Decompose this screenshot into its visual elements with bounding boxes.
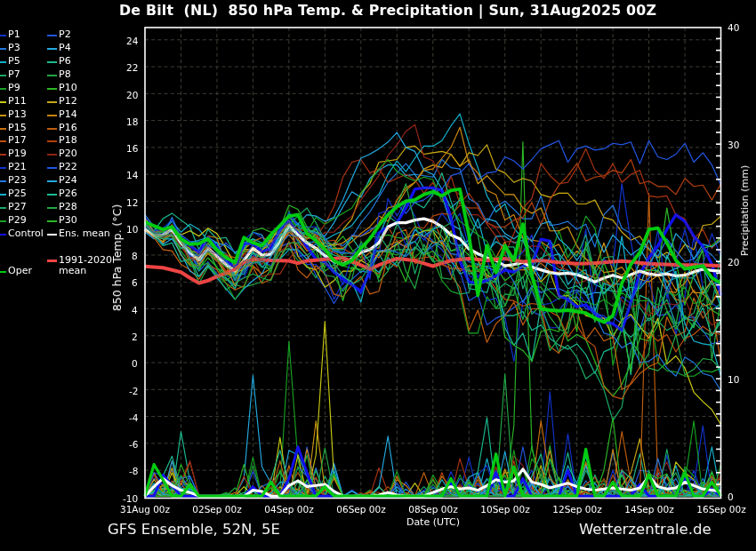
y-left-tick-label: 14	[126, 170, 138, 180]
legend-line-sample	[47, 220, 57, 222]
legend-line-sample	[47, 207, 57, 209]
legend-label: Ens. mean	[59, 228, 110, 240]
y-left-tick-label: 2	[132, 331, 138, 342]
legend-item-oper: Oper	[0, 266, 142, 278]
legend-item-P14: P14	[0, 109, 142, 122]
legend-item-P26: P26	[0, 188, 142, 201]
meteogram: De Bilt (NL) 850 hPa Temp. & Precipitati…	[0, 0, 756, 551]
legend-line-sample	[47, 48, 57, 50]
legend-label: P24	[59, 175, 77, 187]
x-axis-title: Date (UTC)	[344, 516, 522, 528]
legend-item-P8: P8	[0, 69, 142, 82]
y-left-tick-label: 10	[126, 224, 138, 235]
y-right-tick-label: 20	[728, 257, 739, 268]
legend-label: P30	[59, 215, 77, 227]
y-left-tick-label: -10	[123, 493, 138, 504]
legend-label: P14	[59, 109, 77, 121]
y-left-tick-label: 16	[126, 143, 138, 154]
legend-line-sample	[47, 167, 57, 169]
legend-line-sample	[47, 75, 57, 76]
model-label: GFS Ensemble, 52N, 5E	[108, 521, 280, 538]
legend-label: P6	[59, 56, 71, 68]
legend-label: P4	[59, 43, 71, 54]
legend-item-P28: P28	[0, 202, 142, 214]
legend-line-sample	[0, 271, 6, 273]
legend-item-P10: P10	[0, 83, 142, 95]
legend-item-P12: P12	[0, 96, 142, 108]
legend-label: P20	[59, 148, 77, 160]
legend-label: P10	[59, 83, 77, 94]
y-right-tick-label: 10	[728, 374, 739, 385]
legend-item-P4: P4	[0, 43, 142, 55]
legend-label: P22	[59, 162, 77, 173]
y-right-tick-label: 30	[728, 140, 739, 150]
legend-line-sample	[47, 101, 57, 103]
y-right-tick-label: 0	[728, 491, 734, 502]
y-left-tick-label: 8	[132, 251, 138, 261]
legend-item-P2: P2	[0, 29, 142, 42]
legend-item-P6: P6	[0, 56, 142, 68]
y-left-tick-label: 12	[126, 197, 138, 208]
y-left-tick-label: 22	[126, 62, 138, 73]
y-left-tick-label: 24	[126, 36, 138, 46]
y-right-tick-label: 40	[728, 22, 739, 33]
legend-line-sample	[47, 115, 57, 116]
legend-line-sample	[47, 128, 57, 130]
legend-label: P28	[59, 202, 77, 213]
legend-item-P18: P18	[0, 135, 142, 148]
legend-item-P30: P30	[0, 215, 142, 228]
y-left-tick-label: -4	[129, 412, 138, 423]
y-left-tick-label: 20	[126, 90, 138, 100]
x-tick-label: 16Sep 00z	[668, 504, 756, 515]
legend-label: Oper	[8, 266, 32, 277]
y-left-tick-label: 18	[126, 116, 138, 127]
legend-line-sample	[47, 88, 57, 90]
legend-line-sample	[47, 260, 57, 262]
legend-line-sample	[47, 180, 57, 182]
y-left-tick-label: 0	[132, 358, 138, 369]
legend-line-sample	[47, 154, 57, 156]
legend-line-sample	[47, 140, 57, 142]
y-left-tick-label: -2	[129, 386, 138, 396]
y-left-tick-label: 6	[132, 277, 138, 288]
legend-label: P16	[59, 123, 77, 134]
legend-item-P24: P24	[0, 175, 142, 188]
legend-label: P12	[59, 96, 77, 108]
legend-label: P18	[59, 135, 77, 147]
site-watermark: Wetterzentrale.de	[579, 521, 712, 538]
legend-line-sample	[47, 35, 57, 36]
legend-line-sample	[47, 194, 57, 196]
legend-line-sample	[47, 61, 57, 63]
legend-item-ens-mean: Ens. mean	[0, 228, 142, 241]
legend-item-P22: P22	[0, 162, 142, 174]
y-left-tick-label: 4	[132, 305, 138, 315]
y-left-tick-label: -6	[129, 439, 138, 450]
legend-label: P2	[59, 29, 71, 41]
legend-label: P26	[59, 188, 77, 200]
y-left-tick-label: -8	[129, 466, 138, 476]
legend-item-P20: P20	[0, 148, 142, 161]
legend-line-sample	[47, 234, 57, 236]
legend-label: P8	[59, 69, 71, 81]
legend-item-P16: P16	[0, 123, 142, 135]
chart-title: De Bilt (NL) 850 hPa Temp. & Precipitati…	[119, 2, 655, 19]
